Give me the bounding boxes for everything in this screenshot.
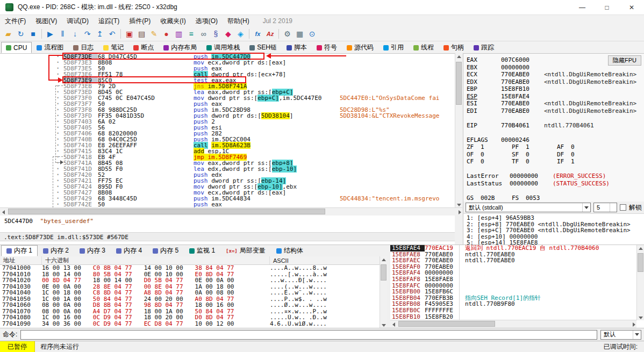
register-row[interactable]: EFLAGS00000246	[467, 137, 644, 144]
tab-watch1[interactable]: 监视 1	[184, 245, 220, 256]
functions-button[interactable]: fx	[252, 28, 264, 40]
hide-fpu-button[interactable]: 隐藏FPU	[608, 55, 641, 66]
menu-help[interactable]: 帮助(H)	[223, 16, 254, 27]
dump-row[interactable]: 7704100016 00 13 00C0 8B 04 7714 00 10 0…	[0, 265, 380, 271]
scroll-thumb[interactable]	[8, 209, 325, 214]
stack-vertical-scrollbar[interactable]	[636, 245, 644, 320]
disasm-horizontal-scrollbar[interactable]	[0, 207, 462, 215]
stack-row[interactable]: 15E8FB0015E8FB6C	[390, 289, 636, 295]
flags-row[interactable]: CF0TF0IF1	[467, 158, 644, 166]
register-row[interactable]: EDX770EABE0<ntdll.DbgUiRemoteBreakin>	[467, 78, 644, 86]
flags-row[interactable]: OF0SF0DF0	[467, 151, 644, 159]
tab-mem3[interactable]: 内存 3	[74, 245, 111, 256]
register-row[interactable]: ESP15E8FAE4	[467, 93, 644, 100]
scroll-right-arrow[interactable]	[629, 321, 636, 328]
tab-mem4[interactable]: 内存 4	[111, 245, 147, 256]
argument-count-spinner[interactable]: 5	[593, 203, 617, 212]
stack-horizontal-scrollbar[interactable]	[390, 320, 636, 328]
command-input[interactable]	[20, 330, 597, 340]
dump-row[interactable]: 770410801C 00 16 000C D9 04 7718 00 20 0…	[0, 314, 380, 321]
scroll-thumb[interactable]	[638, 253, 643, 272]
tab-threads[interactable]: 线程	[409, 42, 439, 53]
tab-memory-map[interactable]: 内存布局	[159, 42, 202, 53]
run-button[interactable]: ▶	[44, 28, 56, 40]
scroll-thumb[interactable]	[398, 321, 495, 327]
patch-button[interactable]: ▣	[123, 28, 135, 40]
dump-row[interactable]: 770410401C 00 18 00C8 8D 04 77A8 8D 04 7…	[0, 290, 380, 296]
tab-mem5[interactable]: 内存 5	[147, 245, 184, 256]
restart-button[interactable]: ↻	[15, 28, 27, 40]
stack-row[interactable]: 15E8FB1015E8FB20	[390, 314, 636, 320]
calculator-button[interactable]: ▦	[294, 28, 306, 40]
register-row[interactable]: EIP770B4061ntdll.770B4061	[467, 122, 644, 130]
call-stack-button[interactable]: ≡	[185, 28, 197, 40]
symbols-button[interactable]: ◆	[222, 28, 234, 40]
graph-button[interactable]: ◈	[234, 28, 247, 40]
menu-favourites[interactable]: 收藏夹(I)	[155, 16, 190, 27]
tab-script[interactable]: 脚本	[282, 42, 312, 53]
menu-debug[interactable]: 调试(D)	[62, 16, 94, 27]
disasm-vertical-scrollbar[interactable]	[455, 53, 462, 207]
register-row[interactable]: LastStatus00000000(STATUS_SUCCESS)	[467, 180, 644, 188]
tab-notes[interactable]: 笔记	[98, 42, 128, 53]
tab-call-stack[interactable]: 调用堆栈	[202, 42, 245, 53]
menu-options[interactable]: 选项(O)	[191, 16, 223, 27]
stack-row[interactable]: 15E8FAE4770EAC19返回到 ntdll.770EAC19 自 ntd…	[390, 245, 636, 252]
dump-row[interactable]: 7704102000 8D 04 7718 00 14 00D0 5B 04 7…	[0, 277, 380, 284]
maximize-button[interactable]: □	[595, 0, 619, 15]
tab-symbols[interactable]: 符号	[312, 42, 342, 53]
tab-graph[interactable]: 流程图	[32, 42, 68, 53]
scroll-down-arrow[interactable]	[380, 321, 387, 328]
flags-row[interactable]: GS002BFS0053	[467, 195, 644, 202]
scroll-left-arrow[interactable]	[390, 321, 397, 328]
register-row[interactable]: EDI770EABE0<ntdll.DbgUiRemoteBreakin>	[467, 107, 644, 115]
menu-plugins[interactable]: 插件(P)	[124, 16, 155, 27]
tab-breakpoints[interactable]: 断点	[128, 42, 159, 53]
seh-chain-button[interactable]: ∞	[197, 28, 210, 40]
unlock-checkbox[interactable]	[620, 204, 626, 211]
script-button[interactable]: §	[210, 28, 222, 40]
tab-references[interactable]: 引用	[378, 42, 409, 53]
scroll-thumb[interactable]	[456, 62, 462, 105]
dump-vertical-scrollbar[interactable]	[380, 256, 387, 328]
scroll-up-arrow[interactable]	[455, 53, 462, 60]
memory-map-button[interactable]: ▥	[173, 28, 185, 40]
search-button[interactable]: ⊙	[306, 28, 318, 40]
dump-row[interactable]: 7704109034 00 36 000C D9 04 77EC D8 04 7…	[0, 321, 380, 327]
tab-mem1[interactable]: 内存 1	[1, 245, 38, 256]
register-row[interactable]: ECX770EABE0<ntdll.DbgUiRemoteBreakin>	[467, 71, 644, 78]
register-row[interactable]: ESI770EABE0<ntdll.DbgUiRemoteBreakin>	[467, 100, 644, 107]
log-window-button[interactable]: ▤	[135, 28, 148, 40]
scroll-thumb[interactable]	[381, 264, 387, 281]
stop-button[interactable]: ■	[27, 28, 39, 40]
scroll-down-arrow[interactable]	[455, 200, 462, 207]
step-into-button[interactable]: ↓	[69, 28, 81, 40]
scroll-up-arrow[interactable]	[380, 256, 387, 263]
tab-mem2[interactable]: 内存 2	[38, 245, 74, 256]
scroll-down-arrow[interactable]	[637, 313, 644, 320]
menu-trace[interactable]: 追踪(T)	[94, 16, 124, 27]
run-to-return-button[interactable]: ↥	[94, 28, 106, 40]
calling-convention-select[interactable]: 默认 (stdcall)	[466, 203, 591, 212]
flags-row[interactable]: ZF1PF1AF0	[467, 143, 644, 151]
step-back-button[interactable]: ↶	[106, 28, 118, 40]
register-row[interactable]: LastError00000000(ERROR_SUCCESS)	[467, 173, 644, 180]
tab-handles[interactable]: 句柄	[439, 42, 469, 53]
stack-row[interactable]: 15E8FB0CFFFFFFFE	[390, 307, 636, 314]
tab-struct[interactable]: 结构体	[271, 245, 309, 256]
scroll-up-arrow[interactable]	[637, 245, 644, 252]
menu-view[interactable]: 视图(V)	[31, 16, 62, 27]
tab-cpu[interactable]: CPU	[1, 42, 32, 53]
scroll-left-arrow[interactable]	[0, 209, 7, 215]
dump-row[interactable]: 7704106008 00 0A 00D8 8B 04 7798 8D 04 7…	[0, 302, 380, 308]
settings-button[interactable]: ⚙	[281, 28, 294, 40]
open-file-button[interactable]: ▰	[2, 28, 15, 40]
step-over-button[interactable]: ↷	[81, 28, 94, 40]
stack-arg-row[interactable]: 5: [esp+14] 15E8FAE8	[467, 240, 644, 245]
breakpoints-window-button[interactable]: ●	[160, 28, 173, 40]
strings-button[interactable]: Az	[264, 28, 276, 40]
command-profile-select[interactable]: 默认	[600, 330, 641, 340]
tab-seh[interactable]: SEH链	[245, 42, 282, 53]
stack-arg-row[interactable]: 1: [esp+4] 96A59BB3	[467, 215, 644, 221]
stack-row[interactable]: 15E8FAF815E8FAE8	[390, 276, 636, 283]
